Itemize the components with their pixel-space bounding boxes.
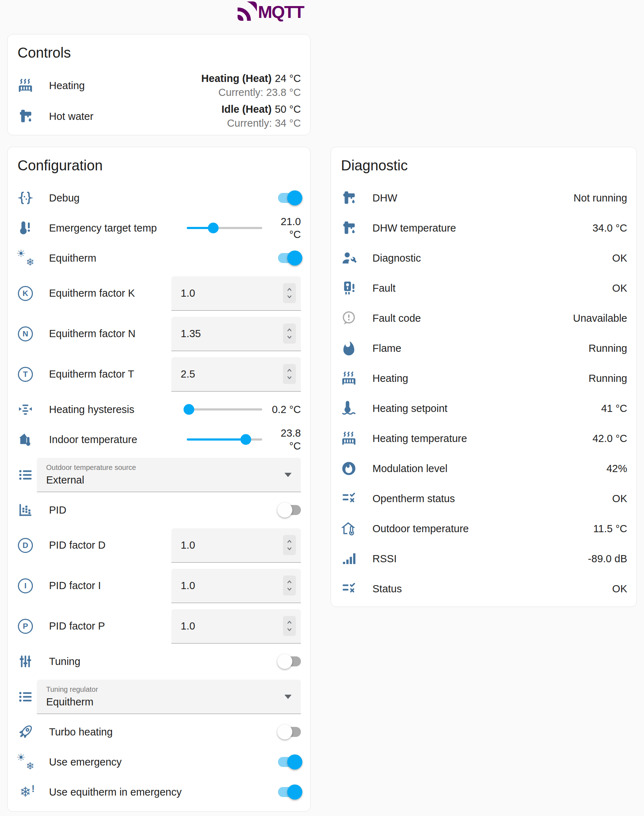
control-row-heating[interactable]: Heating Heating (Heat)24 °C Currently: 2…	[8, 70, 310, 101]
diagnostic-row-rssi[interactable]: RSSI -89.0 dB	[331, 544, 636, 574]
mqtt-logo: MQTT	[238, 2, 304, 22]
config-row-emergency-target-temp: Emergency target temp 21.0°C	[8, 213, 310, 243]
alpha-p-circle-icon: P	[17, 618, 34, 635]
thermometer-water-icon	[340, 400, 357, 417]
stepper-icon[interactable]	[283, 324, 296, 344]
config-row-use-equitherm-in-emergency: ❄! Use equitherm in emergency	[8, 777, 310, 807]
diagnostic-row-heating-setpoint[interactable]: Heating setpoint 41 °C	[331, 393, 636, 423]
stepper-icon[interactable]	[283, 364, 296, 384]
config-row-outdoor-temperature-source: Outdoor temperature source External	[8, 454, 310, 495]
indoor-temperature-slider[interactable]	[187, 432, 262, 447]
alpha-i-circle-icon: I	[17, 577, 34, 594]
configuration-card-title: Configuration	[17, 157, 310, 173]
stepper-icon[interactable]	[283, 283, 296, 303]
slider-thumb[interactable]	[241, 434, 251, 445]
diagnostic-row-opentherm-status[interactable]: Opentherm status OK	[331, 483, 636, 514]
equitherm-factor-n-input[interactable]: 1.35	[172, 317, 301, 351]
diagnostic-row-heating-temperature[interactable]: Heating temperature 42.0 °C	[331, 423, 636, 454]
config-row-equitherm-factor-k: K Equitherm factor K 1.0	[8, 273, 310, 313]
config-row-debug-label: Debug	[49, 192, 80, 204]
diagnostic-row-fault-value: OK	[612, 282, 627, 294]
diagnostic-row-heating-temperature-value: 42.0 °C	[592, 433, 627, 445]
list-status-icon	[340, 580, 357, 597]
diagnostic-row-heating-setpoint-value: 41 °C	[601, 403, 627, 414]
select-value: Equitherm	[46, 696, 276, 708]
diagnostic-row-heating[interactable]: Heating Running	[331, 363, 636, 393]
config-row-indoor-temperature-label: Indoor temperature	[49, 434, 137, 446]
rocket-launch-icon	[17, 723, 34, 741]
account-wrench-icon	[340, 250, 357, 267]
config-row-indoor-temperature: Indoor temperature 23.8°C	[8, 425, 310, 454]
tuning-regulator-select[interactable]: Tuning regulator Equitherm	[37, 679, 301, 714]
emergency-target-temp-value: 21.0°C	[264, 215, 301, 241]
control-row-heating-current: Currently: 23.8 °C	[201, 86, 301, 100]
use-emergency-toggle[interactable]	[278, 754, 301, 770]
equitherm-factor-k-input[interactable]: 1.0	[172, 276, 301, 311]
outdoor-temperature-source-select[interactable]: Outdoor temperature source External	[37, 458, 301, 492]
water-pump-icon	[17, 108, 34, 125]
controls-card-title: Controls	[17, 44, 310, 61]
pid-toggle[interactable]	[278, 502, 301, 518]
config-row-equitherm-label: Equitherm	[49, 252, 96, 264]
diagnostic-row-dhw-temperature[interactable]: DHW temperature 34.0 °C	[331, 213, 636, 243]
diagnostic-row-rssi-value: -89.0 dB	[588, 553, 627, 565]
equitherm-toggle[interactable]	[278, 250, 301, 266]
format-list-bulleted-icon	[17, 466, 34, 483]
chart-bar-icon	[17, 502, 34, 518]
tuning-toggle[interactable]	[278, 653, 301, 669]
select-value: External	[46, 474, 276, 486]
stepper-icon[interactable]	[283, 575, 296, 595]
config-row-equitherm: ☀❄ Equitherm	[8, 243, 310, 273]
alpha-k-circle-icon: K	[17, 285, 34, 302]
diagnostic-row-modulation-level[interactable]: Modulation level 42%	[331, 454, 636, 483]
diagnostic-row-status[interactable]: Status OK	[331, 574, 636, 604]
snowflake-alert-icon: ❄!	[17, 784, 34, 801]
emergency-target-temp-slider[interactable]	[187, 220, 262, 236]
pid-factor-p-input[interactable]: 1.0	[172, 609, 301, 644]
config-row-pid-factor-d-label: PID factor D	[49, 539, 106, 551]
water-pump-icon	[340, 189, 357, 207]
water-boiler-alert-icon	[340, 279, 357, 297]
diagnostic-row-outdoor-temperature[interactable]: Outdoor temperature 11.5 °C	[331, 514, 636, 544]
config-row-use-equitherm-in-emergency-label: Use equitherm in emergency	[49, 786, 182, 798]
pid-factor-i-input[interactable]: 1.0	[172, 569, 301, 603]
diagnostic-row-fault-code-value: Unavailable	[573, 313, 627, 324]
mqtt-logo-text: MQTT	[258, 2, 304, 22]
control-row-hot-water-label: Hot water	[49, 110, 94, 123]
stepper-icon[interactable]	[283, 616, 296, 636]
arrow-collapse-horizontal-icon	[17, 401, 34, 418]
turbo-heating-toggle[interactable]	[278, 724, 301, 740]
debug-toggle[interactable]	[278, 190, 301, 206]
control-row-hot-water-current: Currently: 34 °C	[221, 116, 301, 130]
slider-thumb[interactable]	[184, 404, 194, 415]
use-equitherm-in-emergency-toggle[interactable]	[278, 784, 301, 800]
diagnostic-row-fault-code[interactable]: Fault code Unavailable	[331, 303, 636, 333]
select-floating-label: Outdoor temperature source	[46, 463, 276, 472]
diagnostic-row-fault[interactable]: Fault OK	[331, 273, 636, 303]
sun-snowflake-icon: ☀❄	[17, 250, 34, 267]
slider-thumb[interactable]	[208, 222, 219, 233]
format-list-bulleted-icon	[17, 688, 34, 706]
diagnostic-row-diagnostic[interactable]: Diagnostic OK	[331, 243, 636, 273]
mqtt-logo-icon	[238, 2, 257, 22]
config-row-pid-label: PID	[49, 504, 66, 516]
radiator-icon	[17, 77, 34, 94]
alpha-n-circle-icon: N	[17, 325, 34, 342]
control-row-heating-state: Heating (Heat)24 °C Currently: 23.8 °C	[201, 72, 301, 100]
config-row-pid-factor-d: D PID factor D 1.0	[8, 525, 310, 566]
control-row-hot-water[interactable]: Hot water Idle (Heat)50 °C Currently: 34…	[8, 101, 310, 132]
config-row-equitherm-factor-n-label: Equitherm factor N	[49, 328, 136, 340]
config-row-pid-factor-i-label: PID factor I	[49, 580, 101, 592]
diagnostic-row-flame[interactable]: Flame Running	[331, 333, 636, 363]
equitherm-factor-t-input[interactable]: 2.5	[172, 357, 301, 391]
config-row-turbo-heating: Turbo heating	[8, 717, 310, 747]
list-status-icon	[340, 490, 357, 507]
diagnostic-row-modulation-level-value: 42%	[606, 463, 627, 475]
config-row-tuning-label: Tuning	[49, 656, 81, 667]
config-row-heating-hysteresis: Heating hysteresis 0.2 °C	[8, 394, 310, 425]
pid-factor-d-input[interactable]: 1.0	[172, 528, 301, 563]
heating-hysteresis-slider[interactable]	[187, 402, 262, 417]
stepper-icon[interactable]	[283, 535, 296, 555]
thermometer-alert-icon	[17, 219, 34, 236]
diagnostic-row-dhw[interactable]: DHW Not running	[331, 183, 636, 213]
